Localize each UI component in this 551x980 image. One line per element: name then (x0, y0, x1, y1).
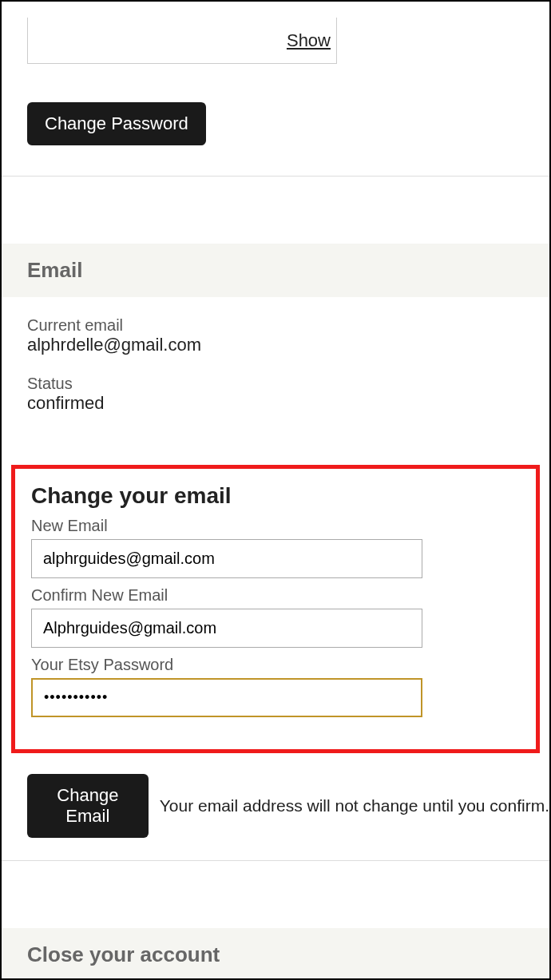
email-section-body: Current email alphrdelle@gmail.com Statu… (2, 297, 549, 455)
change-email-button[interactable]: Change Email (27, 774, 149, 838)
new-email-label: New Email (31, 517, 520, 535)
change-password-button[interactable]: Change Password (27, 102, 206, 145)
change-email-note: Your email address will not change until… (160, 796, 549, 815)
change-email-title: Change your email (31, 483, 520, 509)
etsy-password-input[interactable] (31, 678, 422, 717)
change-email-row: Change Email Your email address will not… (27, 774, 549, 838)
close-account-header: Close your account (2, 928, 549, 980)
etsy-password-label: Your Etsy Password (31, 656, 520, 674)
email-section-header: Email (2, 244, 549, 297)
status-value: confirmed (27, 393, 524, 414)
settings-page: Show Change Password Email Current email… (2, 18, 549, 980)
change-email-highlight: Change your email New Email Confirm New … (11, 465, 540, 753)
confirm-email-input[interactable] (31, 609, 422, 648)
current-email-label: Current email (27, 316, 524, 335)
current-email-value: alphrdelle@gmail.com (27, 335, 524, 355)
password-field-wrap: Show (27, 18, 337, 64)
status-label: Status (27, 375, 524, 393)
show-password-link[interactable]: Show (287, 30, 331, 51)
confirm-email-label: Confirm New Email (31, 586, 520, 605)
new-email-input[interactable] (31, 539, 422, 578)
